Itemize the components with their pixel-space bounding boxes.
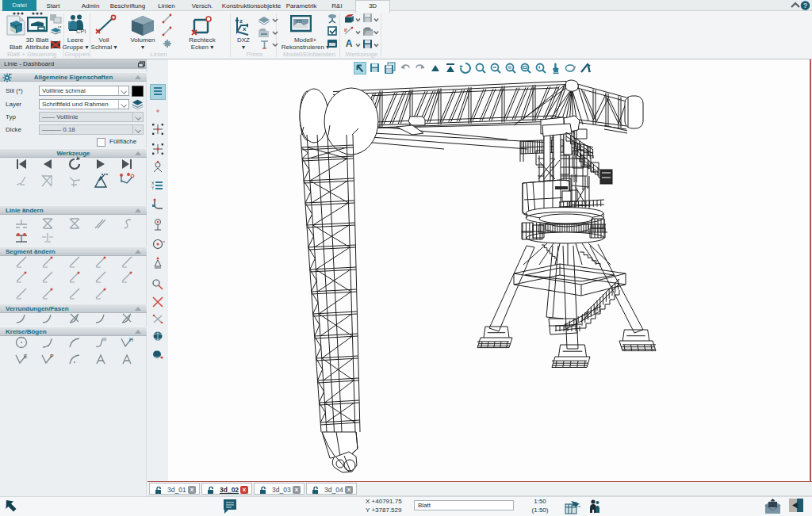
svg-text:E: E — [24, 354, 28, 359]
svg-text:CPL: CPL — [76, 28, 86, 35]
svg-text:?: ? — [803, 2, 808, 10]
svg-text:x: x — [243, 25, 247, 32]
svg-text:H: H — [129, 337, 133, 342]
svg-text:P: P — [50, 354, 54, 359]
svg-text:z: z — [239, 17, 243, 25]
svg-text:3D: 3D — [296, 19, 302, 24]
svg-text:Y: Y — [151, 185, 155, 190]
svg-text:A: A — [346, 38, 353, 49]
